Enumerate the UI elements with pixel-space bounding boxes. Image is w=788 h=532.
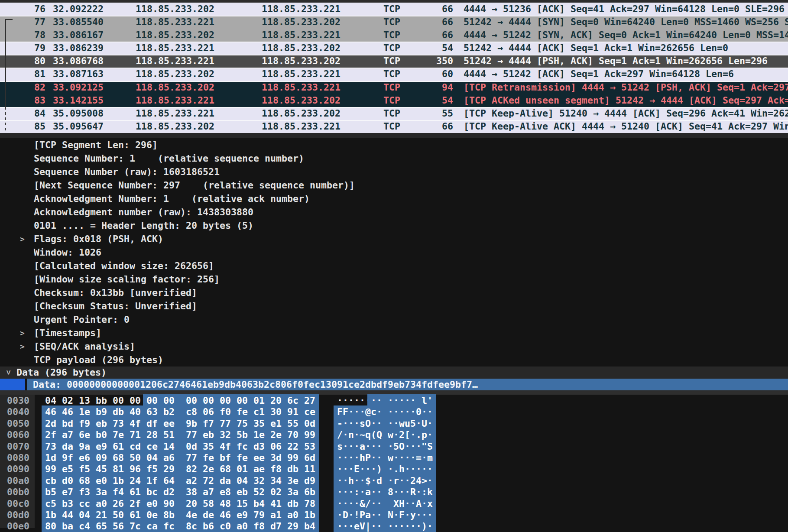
hex-offset: 0090 [7,464,29,475]
detail-line[interactable]: [Window size scaling factor: 256] [0,272,788,286]
detail-line[interactable]: Sequence Number: 1 (relative sequence nu… [0,152,788,165]
hex-row-0090[interactable]: 009099 e5 f5 45 81 96 f5 29 82 2e 68 01 … [0,464,788,475]
detail-line-text: [Checksum Status: Unverified] [34,299,197,313]
hex-row-00a0[interactable]: 00a0cb d0 68 e0 1b 24 1f 64 a2 72 da 04 … [0,475,788,487]
packet-length: 60 [392,68,453,81]
ascii-bytes-selected: ···E···) ·.h····· [334,463,436,475]
hex-row-0080[interactable]: 00801d 9f e6 09 68 50 04 a6 77 fe bf fe … [0,452,788,464]
packet-info: [TCP ACKed unseen segment] 51242 → 4444 … [464,94,788,107]
detail-line-text: [Window size scaling factor: 256] [34,272,220,286]
packet-info: [TCP Keep-Alive ACK] 4444 → 51240 [ACK] … [464,120,788,133]
packet-no: 83 [0,94,45,107]
packet-info: [TCP Retransmission] 4444 → 51242 [PSH, … [464,81,788,94]
detail-line[interactable]: [Checksum Status: Unverified] [0,299,788,313]
packet-row-85[interactable]: 8535.095647118.85.233.202118.85.233.221T… [0,120,788,133]
detail-line[interactable]: [Next Sequence Number: 297 (relative seq… [0,178,788,192]
detail-line-text: Sequence Number: 1 (relative sequence nu… [34,152,304,165]
detail-line[interactable]: 0101 .... = Header Length: 20 bytes (5) [0,219,788,232]
packet-row-78[interactable]: 7833.086167118.85.233.202118.85.233.221T… [0,29,788,42]
hex-bytes: 1b 44 04 21 50 61 0e 8b 4e de 46 e9 79 a… [45,509,315,521]
hex-row-00d0[interactable]: 00d01b 44 04 21 50 61 0e 8b 4e de 46 e9 … [0,509,788,521]
packet-destination: 118.85.233.202 [262,94,340,107]
packet-info: 51242 → 4444 [SYN] Seq=0 Win=64240 Len=0… [464,16,788,29]
ascii-bytes: ·D·!Pa·· N·F·y··· [337,509,433,521]
pane-divider-top[interactable] [0,133,788,138]
packet-row-84[interactable]: 8435.095008118.85.233.221118.85.233.202T… [0,107,788,120]
hex-row-00c0[interactable]: 00c0c5 b3 cc a0 26 2f e0 90 20 58 48 15 … [0,498,788,509]
packet-source: 118.85.233.221 [136,16,214,29]
ascii-bytes-selected: ····&/·· XH··A·x [334,497,436,510]
hex-row-0050[interactable]: 00502d bd f9 eb 73 4f df ee 9b f7 77 75 … [0,418,788,429]
detail-line[interactable]: >[Timestamps] [0,326,788,340]
packet-row-81[interactable]: 8133.087163118.85.233.202118.85.233.221T… [0,68,788,81]
packet-info: 4444 → 51242 [ACK] Seq=1 Ack=297 Win=641… [464,68,734,81]
packet-row-80[interactable]: 8033.086768118.85.233.221118.85.233.202T… [0,55,788,68]
detail-line[interactable]: Acknowledgment Number: 1 (relative ack n… [0,192,788,205]
detail-line[interactable]: Window: 1026 [0,246,788,259]
packet-row-76[interactable]: 7632.092222118.85.233.202118.85.233.221T… [0,3,788,16]
detail-line[interactable]: [Calculated window size: 262656] [0,259,788,272]
detail-line[interactable]: TCP payload (296 bytes) [0,353,788,367]
hex-rows: 003004 02 13 bb 00 00 00 00 00 00 00 00 … [0,395,788,532]
packet-row-83[interactable]: 8333.142155118.85.233.221118.85.233.202T… [0,94,788,107]
hex-offset: 00b0 [7,487,29,498]
packet-no: 79 [0,42,45,55]
chevron-right-icon[interactable]: > [20,340,25,353]
detail-line[interactable]: >Flags: 0x018 (PSH, ACK) [0,232,788,246]
packet-destination: 118.85.233.202 [262,107,340,120]
ascii-bytes-selected: ··h··$·d ·r··24>· [334,474,436,487]
hex-bytes-selected: 00 00 00 00 00 00 01 20 6c 27 [143,394,319,407]
packet-time: 33.087163 [53,68,104,81]
packet-row-82[interactable]: 8233.092125118.85.233.202118.85.233.221T… [0,81,788,94]
ascii-bytes-selected: -···sO·· ··wu5·U· [334,417,436,430]
packet-source: 118.85.233.202 [136,120,214,133]
hex-row-00e0[interactable]: 00e080 ba c4 65 56 7c ca fc 8c b6 c0 a0 … [0,521,788,532]
hex-row-00b0[interactable]: 00b0b5 e7 f3 3a f4 61 bc d2 38 a7 e8 eb … [0,487,788,498]
packet-details-pane: [TCP Segment Len: 296]Sequence Number: 1… [0,138,788,367]
hex-offset: 0060 [7,429,29,441]
chevron-right-icon[interactable]: > [20,326,25,340]
packet-info: 51242 → 4444 [PSH, ACK] Seq=1 Ack=1 Win=… [464,55,768,68]
detail-line[interactable]: Acknowledgment number (raw): 1438303880 [0,205,788,219]
packet-time: 32.092222 [53,3,104,16]
hex-row-0070[interactable]: 007073 da 9a e9 61 cd ce 14 0d 35 4f fc … [0,441,788,452]
data-node-label: Data (296 bytes) [16,367,107,379]
ascii-bytes-selected: ···eV|·· ······)· [334,520,436,532]
hex-row-0040[interactable]: 004046 46 1e b9 db 40 63 b2 c8 06 f0 fe … [0,406,788,418]
packet-time: 33.086239 [53,42,104,55]
detail-line[interactable]: Checksum: 0x13bb [unverified] [0,286,788,299]
packet-length: 66 [392,3,453,16]
detail-line[interactable]: Urgent Pointer: 0 [0,313,788,326]
hex-bytes-selected: 2d bd f9 eb 73 4f df ee 9b f7 77 75 35 e… [42,417,319,430]
detail-line[interactable]: [TCP Segment Len: 296] [0,138,788,152]
chevron-down-icon[interactable]: > [3,368,15,377]
hex-row-0060[interactable]: 00602f a7 6e b0 7e 71 28 51 77 eb 32 5b … [0,429,788,441]
packet-no: 80 [0,55,45,68]
packet-row-79[interactable]: 7933.086239118.85.233.221118.85.233.202T… [0,42,788,55]
packet-row-77[interactable]: 7733.085540118.85.233.221118.85.233.202T… [0,16,788,29]
packet-no: 76 [0,3,45,16]
detail-line-text: Acknowledgment Number: 1 (relative ack n… [34,192,310,205]
hex-row-0030[interactable]: 003004 02 13 bb 00 00 00 00 00 00 00 00 … [0,395,788,406]
packet-source: 118.85.233.221 [136,94,214,107]
packet-no: 77 [0,16,45,29]
chevron-right-icon[interactable]: > [20,232,25,246]
packet-time: 33.085540 [53,16,104,29]
detail-line[interactable]: >[SEQ/ACK analysis] [0,340,788,353]
detail-node-data[interactable]: > Data (296 bytes) [0,367,788,379]
packet-length: 66 [392,16,453,29]
detail-field-data-selected[interactable]: Data: 00000000000001206c2746461eb9db4063… [0,379,788,390]
packet-info: 51242 → 4444 [ACK] Seq=1 Ack=1 Win=26265… [464,42,728,55]
packet-source: 118.85.233.221 [136,55,214,68]
hex-bytes-selected: 2f a7 6e b0 7e 71 28 51 77 eb 32 5b 1e 2… [42,428,319,441]
ascii-bytes: s···a··· ·5O···"S [337,441,433,452]
detail-line[interactable]: Sequence Number (raw): 1603186521 [0,165,788,178]
hex-bytes-selected: c5 b3 cc a0 26 2f e0 90 20 58 48 15 b4 4… [42,497,319,510]
ascii-bytes: -···sO·· ··wu5·U· [337,418,433,429]
hex-bytes: 99 e5 f5 45 81 96 f5 29 82 2e 68 01 ae f… [45,464,315,475]
detail-line-text: TCP payload (296 bytes) [34,353,163,367]
packet-source: 118.85.233.202 [136,68,214,81]
detail-line-text: [Timestamps] [34,326,101,340]
hex-offset: 0030 [7,395,29,406]
packet-destination: 118.85.233.202 [262,55,340,68]
